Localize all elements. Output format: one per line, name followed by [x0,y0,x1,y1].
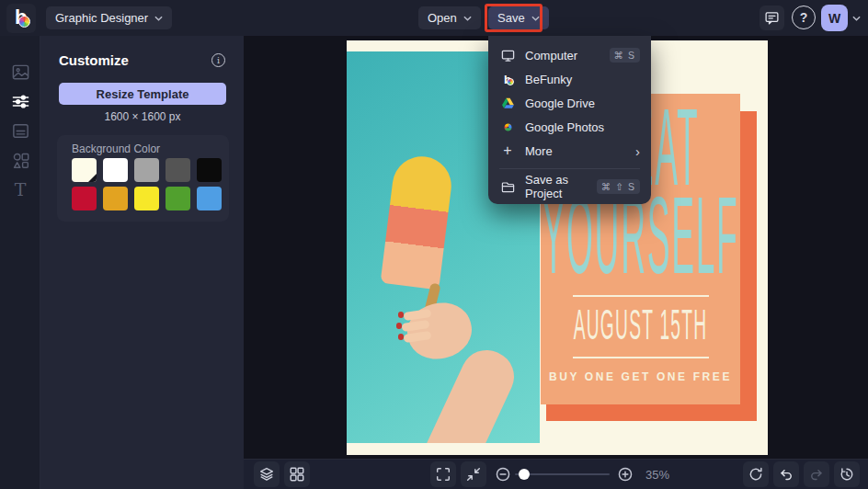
grid-icon [289,466,305,483]
header-bar: b Graphic Designer Open Save ? W [0,0,868,36]
pages-button[interactable] [284,461,310,487]
menu-item-save-as-project[interactable]: Save as Project ⌘ ⇧ S [488,175,651,199]
swatch-gray[interactable] [134,158,159,182]
poster-offer-text[interactable]: BUY ONE GET ONE FREE [541,370,740,383]
menu-item-label: BeFunky [525,73,640,86]
swatch-crimson[interactable] [72,187,97,210]
tool-rail: T [0,36,40,489]
swatch-white[interactable] [103,158,128,182]
history-icon [839,466,855,483]
plus-circle-icon [617,466,634,483]
fullscreen-icon [435,466,451,483]
save-dropdown-menu: Computer ⌘ S b BeFunky Google Drive [488,36,651,204]
zoom-out-button[interactable] [490,461,516,487]
chevron-down-icon [463,16,472,21]
menu-item-google-drive[interactable]: Google Drive [488,91,651,115]
swatch-cream-current[interactable] [72,158,97,182]
google-photos-icon [500,119,515,134]
shortcut-badge: ⌘ S [610,48,640,63]
menu-divider [499,168,640,169]
rail-item-templates[interactable] [9,119,31,142]
hand [402,296,477,365]
redo-icon [808,466,825,483]
rail-item-customize[interactable] [9,90,31,112]
background-color-label: Background Color [72,142,160,155]
redo-button[interactable] [804,461,829,487]
color-wheel-icon [18,16,30,28]
rotate-icon [748,466,764,483]
menu-item-befunky[interactable]: b BeFunky [488,67,651,91]
menu-item-more[interactable]: + More › [488,139,651,163]
chevron-down-icon [531,16,540,21]
customize-panel: Customize i Resize Template 1600 × 1600 … [40,36,244,489]
rail-item-text[interactable]: T [9,178,31,200]
info-icon[interactable]: i [211,53,225,67]
account-chevron-down-icon[interactable] [852,16,861,21]
befunky-icon: b [500,72,515,86]
reset-button[interactable] [743,461,769,487]
save-button-label: Save [497,11,525,25]
account-avatar[interactable]: W [821,5,848,31]
resize-template-button[interactable]: Resize Template [59,83,226,105]
menu-item-label: Computer [525,49,610,63]
google-drive-icon [500,96,515,110]
sliders-icon [11,92,30,111]
app-mode-menu[interactable]: Graphic Designer [46,6,172,29]
swatch-black[interactable] [197,158,222,182]
swatch-orange[interactable] [103,187,128,210]
swatch-fold-corner [88,174,97,182]
befunky-logo[interactable]: b [6,4,36,33]
fullscreen-button[interactable] [430,461,456,487]
open-button-label: Open [428,11,457,25]
plus-icon: + [500,143,515,158]
image-icon [11,63,30,82]
undo-icon [778,466,794,483]
monitor-icon [500,48,515,63]
text-tool-icon: T [15,179,27,199]
help-button[interactable]: ? [792,6,816,29]
chevron-right-icon: › [635,144,640,158]
zoom-in-button[interactable] [612,461,638,487]
background-color-card: Background Color [57,135,229,222]
menu-item-label: Google Photos [525,120,640,134]
open-button[interactable]: Open [418,6,481,29]
zoom-slider[interactable] [515,473,610,475]
minus-circle-icon [495,466,511,483]
chevron-down-icon [154,16,163,21]
layers-button[interactable] [254,461,280,487]
zoom-level-label: 35% [645,468,688,482]
befunky-graphic-designer-app: b Graphic Designer Open Save ? W [0,0,868,489]
fit-screen-icon [465,466,482,483]
zoom-slider-knob[interactable] [519,469,530,480]
fingernail [398,334,404,340]
panel-title: Customize [59,52,129,68]
menu-item-label: More [525,144,635,158]
comment-icon [764,10,780,26]
shapes-icon [11,151,30,170]
fingernail [396,323,402,329]
swatch-dark-gray[interactable] [166,158,190,182]
question-mark-icon: ? [800,10,808,25]
history-button[interactable] [834,461,860,487]
menu-item-computer[interactable]: Computer ⌘ S [488,43,651,67]
fit-to-screen-button[interactable] [461,461,486,487]
poster-date-text[interactable]: AUGUST 15TH [578,295,702,356]
feedback-button[interactable] [760,6,784,30]
swatch-yellow[interactable] [134,187,159,210]
swatch-blue[interactable] [197,187,222,210]
swatch-green[interactable] [166,187,190,210]
canvas-dimensions-label: 1600 × 1600 px [59,110,226,123]
fingernail [398,312,404,318]
undo-button[interactable] [773,461,799,487]
rail-item-graphics[interactable] [9,149,31,171]
folder-icon [500,179,515,194]
save-button[interactable]: Save [488,6,549,29]
canvas-toolbar: 35% [244,459,868,489]
avatar-initial: W [828,11,840,26]
menu-item-label: Google Drive [525,97,640,110]
rail-item-image-manager[interactable] [9,61,31,83]
app-mode-label: Graphic Designer [55,11,148,25]
menu-item-google-photos[interactable]: Google Photos [488,115,651,139]
menu-item-label: Save as Project [525,173,597,200]
poster-divider-line [573,357,709,358]
